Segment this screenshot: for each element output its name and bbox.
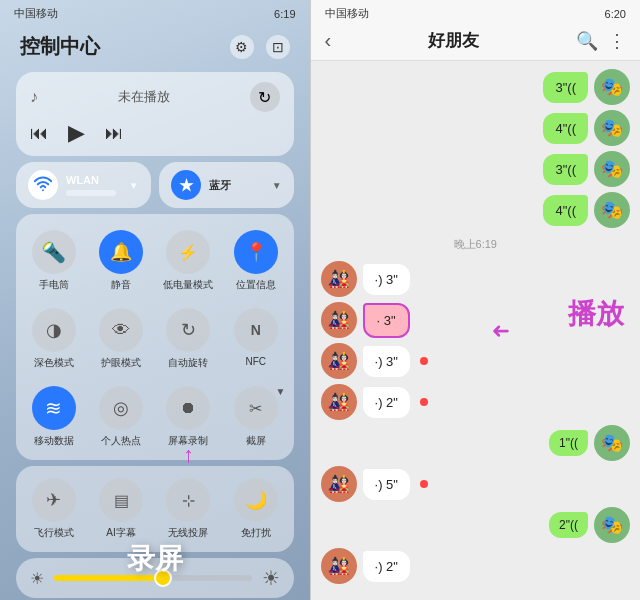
music-icon: ♪	[30, 88, 38, 106]
avatar-left-5: 🎎	[321, 466, 357, 502]
location-icon: 📍	[234, 230, 278, 274]
voice-bubble-white-6[interactable]: ·) 2"	[363, 551, 410, 582]
unread-dot-5	[420, 480, 428, 488]
wireless-cast-icon: ⊹	[166, 478, 210, 522]
airplane-control[interactable]: ✈ 飞行模式	[22, 472, 85, 546]
wireless-cast-control[interactable]: ⊹ 无线投屏 ↑	[157, 472, 220, 546]
low-power-control[interactable]: ⚡ 低电量模式	[157, 224, 220, 298]
msg-right-small-1: 1"(( 🎭	[321, 425, 630, 461]
next-button[interactable]: ⏭	[105, 123, 123, 144]
avatar-left-4: 🎎	[321, 384, 357, 420]
hotspot-control[interactable]: ◎ 个人热点	[89, 380, 152, 454]
ai-caption-control[interactable]: ▤ AI字幕	[89, 472, 152, 546]
play-button[interactable]: ▶	[68, 120, 85, 146]
flashlight-control[interactable]: 🔦 手电筒	[22, 224, 85, 298]
rotate-icon[interactable]: ↻	[250, 82, 280, 112]
screenshot-control[interactable]: ✂ 截屏 ▼	[224, 380, 287, 454]
control-center-panel: 中国移动 6:19 控制中心 ⚙ ⊡ ♪ 未在播放 ↻ ⏮ ▶ ⏭	[0, 0, 310, 600]
wifi-arrow: ▼	[129, 180, 139, 191]
voice-bubble-green-4[interactable]: 4"((	[543, 195, 588, 226]
voice-bubble-green-small-2[interactable]: 2"((	[549, 512, 588, 538]
controls-grid-4: ✈ 飞行模式 ▤ AI字幕 ⊹ 无线投屏 ↑ 🌙 免打扰	[22, 472, 288, 546]
not-playing-label: 未在播放	[118, 88, 170, 106]
msg-right-3: 3"(( 🎭	[321, 151, 630, 187]
wifi-toggle[interactable]: WLAN ▼	[16, 162, 151, 208]
control-header: 控制中心 ⚙ ⊡	[0, 23, 310, 68]
avatar-right-small-2: 🎭	[594, 507, 630, 543]
back-button[interactable]: ‹	[325, 29, 332, 52]
chat-panel: 中国移动 6:20 ‹ 好朋友 🔍 ⋮ 3"(( 🎭 4"(( 🎭 3"((	[311, 0, 640, 600]
media-card: ♪ 未在播放 ↻ ⏮ ▶ ⏭	[16, 72, 294, 156]
brightness-high-icon: ☀	[262, 566, 280, 590]
voice-bubble-green-3[interactable]: 3"((	[543, 154, 588, 185]
gear-icon[interactable]: ⚙	[230, 35, 254, 59]
dnd-control[interactable]: 🌙 免打扰	[224, 472, 287, 546]
search-icon[interactable]: 🔍	[576, 30, 598, 52]
location-control[interactable]: 📍 位置信息	[224, 224, 287, 298]
voice-bubble-green-2[interactable]: 4"((	[543, 113, 588, 144]
mobile-data-control[interactable]: ≋ 移动数据	[22, 380, 85, 454]
voice-bubble-white-1[interactable]: ·) 3"	[363, 264, 410, 295]
voice-bubble-green-small-1[interactable]: 1"((	[549, 430, 588, 456]
eye-mode-control[interactable]: 👁 护眼模式	[89, 302, 152, 376]
prev-button[interactable]: ⏮	[30, 123, 48, 144]
more-icon[interactable]: ⋮	[608, 30, 626, 52]
hotspot-icon: ◎	[99, 386, 143, 430]
avatar-left-6: 🎎	[321, 548, 357, 584]
unread-dot-3	[420, 357, 428, 365]
ai-caption-icon: ▤	[99, 478, 143, 522]
mobile-data-icon: ≋	[32, 386, 76, 430]
dark-mode-control[interactable]: ◑ 深色模式	[22, 302, 85, 376]
nfc-control[interactable]: N NFC	[224, 302, 287, 376]
msg-left-4: 🎎 ·) 2"	[321, 384, 630, 420]
time-divider: 晚上6:19	[321, 237, 630, 252]
msg-right-1: 3"(( 🎭	[321, 69, 630, 105]
airplane-icon: ✈	[32, 478, 76, 522]
flashlight-icon: 🔦	[32, 230, 76, 274]
screen-record-icon: ⏺	[166, 386, 210, 430]
mute-control[interactable]: 🔔 静音	[89, 224, 152, 298]
voice-bubble-white-2[interactable]: · 3"	[363, 303, 410, 338]
avatar-right-2: 🎭	[594, 110, 630, 146]
msg-right-small-2: 2"(( 🎭	[321, 507, 630, 543]
wifi-icon	[28, 170, 58, 200]
mute-icon: 🔔	[99, 230, 143, 274]
controls-grid-2: ◑ 深色模式 👁 护眼模式 ↻ 自动旋转 N NFC	[22, 302, 288, 376]
carrier-right: 中国移动	[325, 6, 369, 21]
luping-label: 录屏	[127, 540, 183, 578]
avatar-left-1: 🎎	[321, 261, 357, 297]
voice-bubble-white-4[interactable]: ·) 2"	[363, 387, 410, 418]
voice-bubble-white-5[interactable]: ·) 5"	[363, 469, 410, 500]
bluetooth-toggle[interactable]: ★ 蓝牙 ▼	[159, 162, 294, 208]
voice-bubble-white-3[interactable]: ·) 3"	[363, 346, 410, 377]
status-icons-left: 6:19	[274, 8, 295, 20]
bt-arrow: ▼	[272, 180, 282, 191]
rotation-icon: ↻	[166, 308, 210, 352]
msg-right-4: 4"(( 🎭	[321, 192, 630, 228]
screenshot-icon: ✂	[234, 386, 278, 430]
up-arrow-annotation: ↑	[183, 442, 194, 468]
avatar-right-small-1: 🎭	[594, 425, 630, 461]
voice-bubble-green-1[interactable]: 3"((	[543, 72, 588, 103]
media-controls: ⏮ ▶ ⏭	[30, 120, 280, 146]
rotation-control[interactable]: ↻ 自动旋转	[157, 302, 220, 376]
bluetooth-icon: ★	[171, 170, 201, 200]
chat-header: ‹ 好朋友 🔍 ⋮	[311, 23, 640, 61]
msg-left-6: 🎎 ·) 2"	[321, 548, 630, 584]
eye-mode-icon: 👁	[99, 308, 143, 352]
nfc-icon: N	[234, 308, 278, 352]
media-top: ♪ 未在播放 ↻	[30, 82, 280, 112]
dark-mode-icon: ◑	[32, 308, 76, 352]
time-right: 6:20	[605, 8, 626, 20]
bofang-label: 播放	[568, 295, 624, 333]
status-bar-right: 中国移动 6:20	[311, 0, 640, 23]
avatar-right-1: 🎭	[594, 69, 630, 105]
chat-header-right: 🔍 ⋮	[576, 30, 626, 52]
control-title: 控制中心	[20, 33, 100, 60]
dnd-icon: 🌙	[234, 478, 278, 522]
avatar-left-3: 🎎	[321, 343, 357, 379]
carrier-left: 中国移动	[14, 6, 58, 21]
controls-grid-3: ≋ 移动数据 ◎ 个人热点 ⏺ 屏幕录制 ✂ 截屏 ▼	[22, 380, 288, 454]
edit-icon[interactable]: ⊡	[266, 35, 290, 59]
toggle-row: WLAN ▼ ★ 蓝牙 ▼	[16, 162, 294, 208]
